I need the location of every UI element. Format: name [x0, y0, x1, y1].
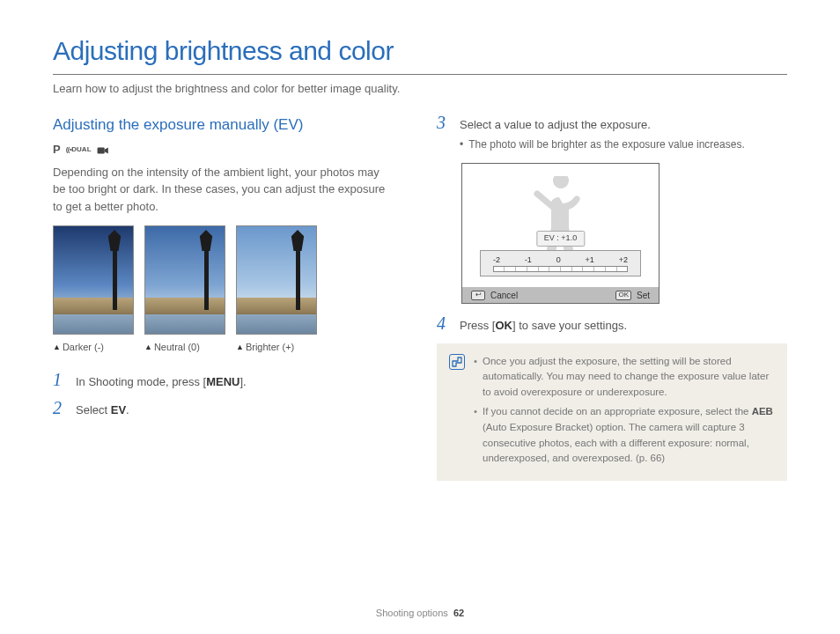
mode-tags: P ((•DUAL	[53, 141, 403, 158]
video-icon	[97, 143, 109, 158]
step-4: 4 Press [OK] to save your settings.	[437, 314, 787, 335]
left-column: Adjusting the exposure manually (EV) P (…	[53, 114, 403, 482]
section-intro: Depending on the intensity of the ambien…	[53, 164, 387, 216]
mode-p: P	[53, 141, 61, 158]
cancel-label: Cancel	[490, 289, 518, 302]
svg-rect-0	[97, 147, 104, 153]
menu-button-label: MENU	[206, 375, 239, 388]
ok-icon: OK	[615, 291, 631, 300]
step-number: 3	[437, 114, 449, 131]
note-icon	[449, 354, 465, 370]
step-body: In Shooting mode, press [MENU].	[76, 371, 403, 391]
page-subtitle: Learn how to adjust the brightness and c…	[53, 80, 787, 98]
note-item: • If you cannot decide on an appropriate…	[474, 404, 775, 467]
sample-brighter	[236, 225, 317, 335]
screen-footer: ↩ Cancel OK Set	[462, 287, 659, 303]
set-label: Set	[637, 289, 650, 302]
step-3: 3 Select a value to adjust the exposure.…	[437, 114, 787, 153]
step-number: 4	[437, 314, 449, 332]
step-1: 1 In Shooting mode, press [MENU].	[53, 371, 403, 391]
ev-value-badge: EV : +1.0	[536, 231, 585, 247]
sample-darker	[53, 225, 134, 335]
right-column: 3 Select a value to adjust the exposure.…	[437, 114, 787, 482]
step-number: 1	[53, 371, 65, 388]
page-footer: Shooting options 62	[0, 606, 840, 621]
footer-section: Shooting options	[376, 608, 448, 618]
aeb-label: AEB	[752, 406, 773, 417]
sample-images	[53, 225, 403, 335]
caption-neutral: ▲Neutral (0)	[144, 340, 225, 355]
step-2: 2 Select EV.	[53, 399, 403, 419]
ev-label: EV	[111, 403, 126, 417]
footer-page: 62	[453, 608, 464, 618]
note-item: •Once you adjust the exposure, the setti…	[474, 354, 775, 401]
step-body: Select a value to adjust the exposure. •…	[460, 114, 787, 153]
caption-darker: ▲Darker (-)	[53, 340, 134, 355]
caption-row: ▲Darker (-) ▲Neutral (0) ▲Brighter (+)	[53, 340, 403, 355]
content-columns: Adjusting the exposure manually (EV) P (…	[53, 114, 787, 482]
section-title: Adjusting the exposure manually (EV)	[53, 114, 403, 136]
sample-neutral	[144, 225, 225, 335]
step-body: Press [OK] to save your settings.	[460, 314, 787, 335]
ok-button-label: OK	[495, 319, 512, 332]
mode-dual-icon: ((•DUAL	[66, 144, 92, 156]
note-box: •Once you adjust the exposure, the setti…	[437, 343, 787, 482]
ev-screen: EV : +1.0 -2 -1 0 +1 +2 ↩ Cancel	[461, 163, 659, 304]
step-body: Select EV.	[76, 399, 403, 419]
ev-scale: -2 -1 0 +1 +2	[480, 250, 641, 276]
page-title: Adjusting brightness and color	[53, 31, 787, 75]
step-number: 2	[53, 399, 65, 417]
step-3-sub: •The photo will be brighter as the expos…	[460, 136, 787, 152]
caption-brighter: ▲Brighter (+)	[236, 340, 317, 355]
back-icon: ↩	[471, 291, 485, 300]
